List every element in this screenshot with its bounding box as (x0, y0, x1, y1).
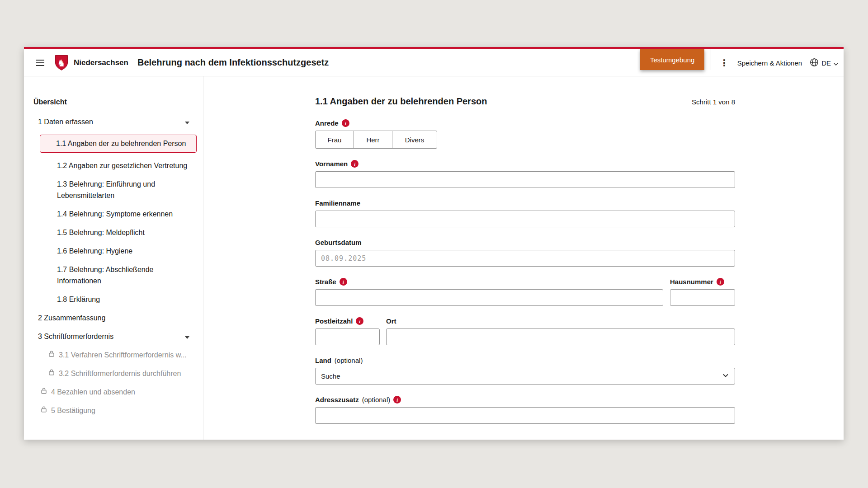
adresszusatz-input[interactable] (315, 407, 735, 424)
chevron-down-icon (834, 59, 838, 67)
sidebar-item-bezahlen-absenden: 4 Bezahlen und absenden (24, 386, 203, 398)
sidebar-item-bestaetigung: 5 Bestätigung (24, 405, 203, 416)
plz-ort-row: Postleitzahl i Ort (315, 317, 735, 345)
info-icon[interactable]: i (717, 278, 724, 286)
sidebar-item-label: 3.2 Schriftformerfordernis durchführen (59, 368, 181, 379)
land-optional-hint: (optional) (335, 357, 363, 364)
sidebar-item-schriftformerfordernis-durchfuehren: 3.2 Schriftformerfordernis durchführen (24, 368, 203, 379)
sidebar-navigation: Übersicht 1 Daten erfassen 1.1 Angaben d… (24, 76, 203, 440)
info-icon[interactable]: i (393, 396, 401, 404)
hausnummer-input[interactable] (670, 289, 735, 306)
land-select[interactable]: Suche (315, 368, 735, 385)
ort-field: Ort (386, 317, 735, 345)
language-label: DE (821, 59, 831, 67)
lock-icon (48, 349, 55, 360)
hausnummer-label: Hausnummer (670, 278, 713, 286)
hausnummer-field: Hausnummer i (670, 278, 735, 306)
chevron-down-icon (722, 372, 729, 380)
vornamen-input[interactable] (315, 171, 735, 188)
anrede-option-frau[interactable]: Frau (315, 131, 354, 149)
sidebar-item-zusammenfassung[interactable]: 2 Zusammenfassung (24, 312, 203, 324)
header-actions: ⋮ Speichern & Aktionen DE (711, 49, 838, 76)
sidebar-group-daten-erfassen[interactable]: 1 Daten erfassen (24, 116, 203, 127)
sidebar-item-angaben-person-active[interactable]: 1.1 Angaben der zu belehrenden Person (40, 135, 197, 153)
niedersachsen-coat-of-arms-icon: ♞ (55, 55, 68, 71)
strasse-label: Straße (315, 278, 336, 286)
ort-input[interactable] (386, 328, 735, 345)
familienname-input[interactable] (315, 211, 735, 227)
language-switcher[interactable]: DE (810, 58, 838, 68)
postleitzahl-input[interactable] (315, 328, 380, 345)
brand-name: Niedersachsen (74, 58, 128, 67)
geburtsdatum-input[interactable] (315, 250, 735, 267)
lock-icon (41, 404, 47, 416)
kebab-menu-icon[interactable]: ⋮ (719, 57, 730, 68)
anrede-option-divers[interactable]: Divers (392, 131, 437, 149)
familienname-label: Familienname (315, 199, 360, 207)
sidebar-item-erklaerung[interactable]: 1.8 Erklärung (24, 294, 203, 305)
sidebar-item-symptome-erkennen[interactable]: 1.4 Belehrung: Symptome erkennen (24, 208, 203, 220)
vornamen-field: Vornamen i (315, 160, 735, 188)
save-actions-button[interactable]: Speichern & Aktionen (737, 59, 802, 67)
ort-label: Ort (386, 317, 396, 325)
sidebar-heading: Übersicht (24, 98, 203, 106)
info-icon[interactable]: i (356, 317, 363, 325)
sidebar-group-label: 1 Daten erfassen (38, 116, 93, 127)
lock-icon (41, 386, 47, 397)
anrede-segmented-control: Frau Herr Divers (315, 131, 735, 149)
adresszusatz-field: Adresszusatz (optional) i (315, 396, 735, 424)
postleitzahl-label: Postleitzahl (315, 317, 353, 325)
chevron-down-icon (185, 331, 189, 342)
anrede-option-herr[interactable]: Herr (354, 131, 392, 149)
info-icon[interactable]: i (351, 160, 359, 168)
step-indicator: Schritt 1 von 8 (692, 98, 735, 106)
svg-text:♞: ♞ (57, 57, 66, 68)
postleitzahl-field: Postleitzahl i (315, 317, 380, 345)
sidebar-item-label: 4 Bezahlen und absenden (51, 386, 135, 398)
vornamen-label: Vornamen (315, 160, 348, 168)
strasse-field: Straße i (315, 278, 663, 306)
app-window: ♞ Niedersachsen Belehrung nach dem Infek… (24, 47, 844, 440)
page-title: 1.1 Angaben der zu belehrenden Person (315, 96, 487, 107)
strasse-input[interactable] (315, 289, 663, 306)
info-icon[interactable]: i (342, 119, 349, 127)
sidebar-item-abschliessende-informationen[interactable]: 1.7 Belehrung: Abschließende Information… (24, 264, 203, 286)
lock-icon (48, 367, 55, 379)
header-divider (711, 49, 711, 70)
sidebar-item-label: 5 Bestätigung (51, 405, 95, 416)
adresszusatz-optional-hint: (optional) (362, 396, 391, 404)
land-field: Land (optional) Suche (315, 357, 735, 385)
land-label: Land (315, 357, 331, 364)
sidebar-item-label: 3.1 Verfahren Schriftformerfordernis w..… (59, 349, 187, 361)
anrede-label: Anrede (315, 119, 339, 127)
sidebar-item-meldepflicht[interactable]: 1.5 Belehrung: Meldepflicht (24, 227, 203, 238)
anrede-field: Anrede i Frau Herr Divers (315, 119, 735, 149)
test-environment-badge: Testumgebung (640, 49, 704, 70)
sidebar-item-gesetzliche-vertretung[interactable]: 1.2 Angaben zur gesetzlichen Vertretung (24, 160, 203, 171)
geburtsdatum-label: Geburtsdatum (315, 239, 362, 246)
chevron-down-icon (185, 116, 189, 127)
sidebar-group-schriftformerfordernis[interactable]: 3 Schriftformerfordernis (24, 331, 203, 342)
globe-icon (810, 58, 819, 68)
familienname-field: Familienname (315, 199, 735, 227)
sidebar-group-label: 3 Schriftformerfordernis (38, 331, 113, 342)
geburtsdatum-field: Geburtsdatum (315, 239, 735, 267)
app-title: Belehrung nach dem Infektionsschutzgeset… (137, 57, 329, 68)
header: ♞ Niedersachsen Belehrung nach dem Infek… (24, 49, 844, 76)
sidebar-item-einfuehrung-lebensmittelarten[interactable]: 1.3 Belehrung: Einführung und Lebensmitt… (24, 178, 203, 201)
info-icon[interactable]: i (340, 278, 347, 286)
sidebar-item-hygiene[interactable]: 1.6 Belehrung: Hygiene (24, 245, 203, 257)
form-content: 1.1 Angaben der zu belehrenden Person Sc… (204, 76, 844, 440)
adresszusatz-label: Adresszusatz (315, 396, 359, 404)
strasse-hausnummer-row: Straße i Hausnummer i (315, 278, 735, 306)
sidebar-item-verfahren-schriftformerfordernis: 3.1 Verfahren Schriftformerfordernis w..… (24, 349, 203, 361)
land-select-value: Suche (321, 372, 340, 380)
menu-icon[interactable] (36, 59, 45, 66)
